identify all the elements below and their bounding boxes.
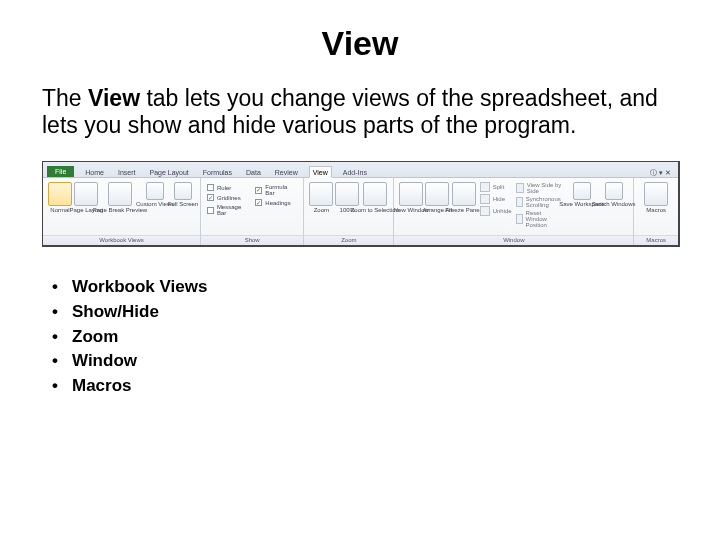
zoom-icon (309, 182, 333, 206)
btn-macros: Macros (644, 182, 668, 213)
page-break-icon (108, 182, 132, 206)
bullet-list: Workbook Views Show/Hide Zoom Window Mac… (42, 275, 678, 398)
slide: View The View tab lets you change views … (0, 0, 720, 540)
page-layout-icon (74, 182, 98, 206)
body-tabname: View (88, 85, 140, 111)
new-window-icon (399, 182, 423, 206)
btn-full-screen: Full Screen (172, 182, 194, 207)
chk-headings: ✓Headings (255, 199, 297, 206)
unhide-icon (480, 206, 490, 216)
100-icon (335, 182, 359, 206)
ribbon-tab-data: Data (243, 167, 264, 177)
bullet-zoom: Zoom (48, 325, 678, 350)
btn-switch-windows: Switch Windows (600, 182, 627, 207)
group-label-macros: Macros (634, 235, 678, 245)
btn-custom-views: Custom Views (142, 182, 168, 207)
group-label-zoom: Zoom (304, 235, 393, 245)
group-window: New Window Arrange All Freeze Panes Spli… (394, 178, 634, 245)
sync-scroll-icon (516, 197, 523, 207)
help-icon: ⓘ ▾ ✕ (647, 167, 674, 177)
excel-view-ribbon-screenshot: File Home Insert Page Layout Formulas Da… (42, 161, 680, 247)
normal-icon (48, 182, 72, 206)
bullet-window: Window (48, 349, 678, 374)
ribbon-tab-home: Home (82, 167, 107, 177)
btn-zoom-selection: Zoom to Selection (362, 182, 387, 213)
custom-views-icon (146, 182, 164, 200)
group-zoom: Zoom 100% Zoom to Selection Zoom (304, 178, 394, 245)
ribbon-tab-file: File (47, 166, 74, 177)
btn-page-break-preview: Page Break Preview (102, 182, 139, 213)
arrange-all-icon (425, 182, 449, 206)
group-workbook-views: Normal Page Layout Page Break Preview Cu… (43, 178, 201, 245)
hide-icon (480, 194, 490, 204)
ribbon-tab-page-layout: Page Layout (146, 167, 191, 177)
group-label-workbook-views: Workbook Views (43, 235, 200, 245)
save-workspace-icon (573, 182, 591, 200)
btn-freeze-panes: Freeze Panes (452, 182, 475, 213)
full-screen-icon (174, 182, 192, 200)
btn-normal: Normal (49, 182, 71, 213)
window-small-left: Split Hide Unhide (480, 182, 512, 216)
chk-gridlines: ✓Gridlines (207, 194, 251, 201)
chk-message-bar: Message Bar (207, 204, 251, 216)
freeze-panes-icon (452, 182, 476, 206)
bullet-macros: Macros (48, 374, 678, 399)
ribbon-tab-formulas: Formulas (200, 167, 235, 177)
ribbon-tab-view: View (309, 166, 332, 178)
chk-ruler: Ruler (207, 184, 251, 191)
ribbon-tab-addins: Add-Ins (340, 167, 370, 177)
btn-zoom: Zoom (310, 182, 332, 213)
btn-new-window: New Window (400, 182, 422, 213)
window-small-right: View Side by Side Synchronous Scrolling … (516, 182, 564, 228)
group-macros: Macros Macros (634, 178, 678, 245)
chk-formula-bar: ✓Formula Bar (255, 184, 297, 196)
split-icon (480, 182, 490, 192)
bullet-show-hide: Show/Hide (48, 300, 678, 325)
group-label-show: Show (201, 235, 303, 245)
reset-window-icon (516, 214, 523, 224)
zoom-selection-icon (363, 182, 387, 206)
group-label-window: Window (394, 235, 633, 245)
slide-title: View (42, 24, 678, 63)
ribbon-tab-review: Review (272, 167, 301, 177)
group-show: Ruler ✓Gridlines Message Bar ✓Formula Ba… (201, 178, 304, 245)
side-by-side-icon (516, 183, 524, 193)
body-text: The View tab lets you change views of th… (42, 85, 678, 139)
bullet-workbook-views: Workbook Views (48, 275, 678, 300)
body-prefix: The (42, 85, 88, 111)
ribbon-groups: Normal Page Layout Page Break Preview Cu… (43, 178, 678, 245)
ribbon-tab-insert: Insert (115, 167, 139, 177)
switch-windows-icon (605, 182, 623, 200)
ribbon-tabs: File Home Insert Page Layout Formulas Da… (43, 162, 678, 178)
macros-icon (644, 182, 668, 206)
